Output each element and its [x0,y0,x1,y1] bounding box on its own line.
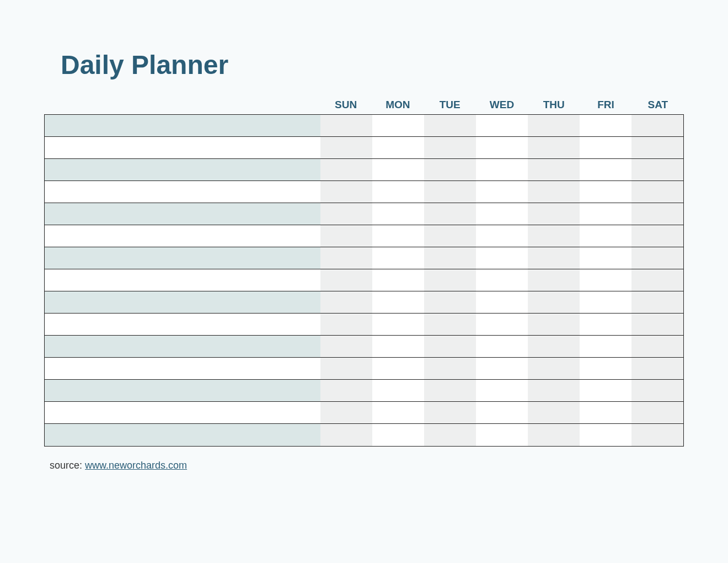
day-cell[interactable] [372,269,424,291]
day-cell[interactable] [528,159,580,180]
day-cell[interactable] [580,181,631,203]
day-cell[interactable] [528,336,580,357]
task-cell[interactable] [45,247,320,269]
day-cell[interactable] [476,291,528,313]
day-cell[interactable] [424,225,476,247]
day-cell[interactable] [476,402,528,423]
day-cell[interactable] [320,159,372,180]
day-cell[interactable] [424,159,476,180]
day-cell[interactable] [424,336,476,357]
day-cell[interactable] [580,137,631,158]
day-cell[interactable] [528,314,580,335]
task-cell[interactable] [45,402,320,423]
day-cell[interactable] [580,314,631,335]
day-cell[interactable] [424,269,476,291]
day-cell[interactable] [424,358,476,379]
day-cell[interactable] [476,247,528,269]
day-cell[interactable] [580,291,631,313]
day-cell[interactable] [631,269,683,291]
day-cell[interactable] [372,115,424,136]
day-cell[interactable] [580,225,631,247]
day-cell[interactable] [476,225,528,247]
day-cell[interactable] [476,314,528,335]
day-cell[interactable] [372,291,424,313]
day-cell[interactable] [580,159,631,180]
day-cell[interactable] [631,225,683,247]
task-cell[interactable] [45,380,320,401]
day-cell[interactable] [631,358,683,379]
day-cell[interactable] [631,203,683,225]
day-cell[interactable] [631,291,683,313]
day-cell[interactable] [528,269,580,291]
task-cell[interactable] [45,336,320,357]
day-cell[interactable] [580,358,631,379]
day-cell[interactable] [528,115,580,136]
day-cell[interactable] [320,380,372,401]
day-cell[interactable] [424,424,476,446]
day-cell[interactable] [424,115,476,136]
day-cell[interactable] [528,291,580,313]
day-cell[interactable] [631,247,683,269]
day-cell[interactable] [631,159,683,180]
day-cell[interactable] [476,358,528,379]
day-cell[interactable] [476,336,528,357]
day-cell[interactable] [372,314,424,335]
day-cell[interactable] [372,137,424,158]
day-cell[interactable] [580,247,631,269]
day-cell[interactable] [476,203,528,225]
day-cell[interactable] [372,181,424,203]
day-cell[interactable] [372,247,424,269]
day-cell[interactable] [631,115,683,136]
day-cell[interactable] [320,402,372,423]
task-cell[interactable] [45,314,320,335]
day-cell[interactable] [320,358,372,379]
day-cell[interactable] [320,291,372,313]
day-cell[interactable] [372,203,424,225]
day-cell[interactable] [476,137,528,158]
day-cell[interactable] [372,225,424,247]
day-cell[interactable] [320,225,372,247]
day-cell[interactable] [528,402,580,423]
day-cell[interactable] [631,424,683,446]
day-cell[interactable] [372,358,424,379]
day-cell[interactable] [372,402,424,423]
day-cell[interactable] [631,380,683,401]
day-cell[interactable] [424,291,476,313]
day-cell[interactable] [528,137,580,158]
day-cell[interactable] [320,424,372,446]
day-cell[interactable] [528,225,580,247]
task-cell[interactable] [45,181,320,203]
day-cell[interactable] [528,424,580,446]
day-cell[interactable] [424,181,476,203]
source-link[interactable]: www.neworchards.com [85,460,187,471]
day-cell[interactable] [476,424,528,446]
day-cell[interactable] [580,203,631,225]
task-cell[interactable] [45,424,320,446]
day-cell[interactable] [320,115,372,136]
day-cell[interactable] [320,247,372,269]
day-cell[interactable] [580,269,631,291]
day-cell[interactable] [372,424,424,446]
day-cell[interactable] [631,336,683,357]
day-cell[interactable] [476,159,528,180]
day-cell[interactable] [372,380,424,401]
day-cell[interactable] [372,159,424,180]
day-cell[interactable] [580,380,631,401]
day-cell[interactable] [320,269,372,291]
day-cell[interactable] [320,314,372,335]
day-cell[interactable] [528,203,580,225]
day-cell[interactable] [424,402,476,423]
day-cell[interactable] [631,402,683,423]
day-cell[interactable] [320,181,372,203]
day-cell[interactable] [476,115,528,136]
day-cell[interactable] [320,137,372,158]
task-cell[interactable] [45,137,320,158]
day-cell[interactable] [372,336,424,357]
day-cell[interactable] [580,336,631,357]
day-cell[interactable] [528,358,580,379]
task-cell[interactable] [45,291,320,313]
day-cell[interactable] [424,380,476,401]
task-cell[interactable] [45,203,320,225]
day-cell[interactable] [631,314,683,335]
task-cell[interactable] [45,225,320,247]
